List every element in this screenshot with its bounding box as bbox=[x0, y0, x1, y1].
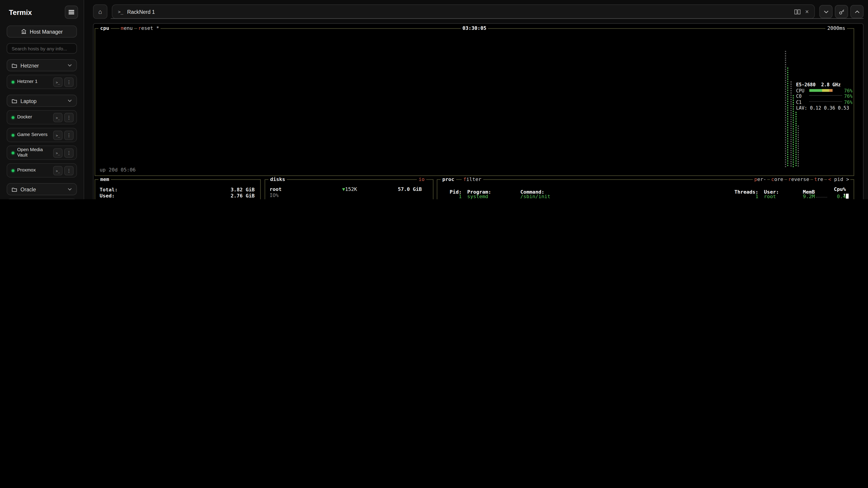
tab-strip-divider bbox=[111, 18, 864, 19]
cpu-graph-spike bbox=[790, 81, 792, 167]
cpu-model: E5-2680 2.8 GHz bbox=[796, 82, 852, 88]
host-menu-button[interactable]: ⋮ bbox=[64, 112, 74, 122]
home-button[interactable]: ⌂ bbox=[93, 4, 107, 19]
filter-button[interactable]: filter bbox=[462, 176, 483, 182]
host-item[interactable]: Open Media Vault >_ ⋮ bbox=[6, 145, 77, 160]
clock: 03:30:05 bbox=[461, 26, 488, 31]
host-terminal-button[interactable]: >_ bbox=[53, 148, 63, 158]
group-header[interactable]: Hetzner bbox=[6, 59, 77, 71]
disk-io-rate: ▼152K bbox=[342, 186, 357, 192]
cpu-core1-value: 76% bbox=[844, 99, 852, 105]
refresh-interval[interactable]: 2000ms bbox=[826, 26, 847, 31]
host-terminal-button[interactable]: >_ bbox=[53, 112, 63, 122]
server-tools-button[interactable] bbox=[835, 5, 848, 18]
hamburger-icon bbox=[69, 9, 74, 15]
sidebar: Termix Host Manager Hetzner bbox=[0, 0, 84, 199]
host-menu-button[interactable]: ⋮ bbox=[64, 77, 74, 87]
mem-panel-title: mem bbox=[98, 176, 111, 182]
host-terminal-button[interactable]: >_ bbox=[53, 166, 63, 175]
core-graph bbox=[809, 95, 842, 96]
app-title: Termix bbox=[9, 8, 32, 17]
cpu-legend: E5-2680 2.8 GHz CPU 76% C0 76% C1 76% LA… bbox=[796, 82, 852, 111]
wrench-icon bbox=[838, 8, 844, 15]
process-list: 1 systemd /sbin/init 1 root 9.2M 0.4 2 k… bbox=[442, 193, 849, 199]
host-item[interactable]: Hetzner 1 >_ ⋮ bbox=[6, 75, 77, 89]
group-header[interactable]: Oracle bbox=[6, 183, 77, 195]
cpu-menu-item[interactable]: reset * bbox=[137, 26, 160, 31]
group-header[interactable]: Laptop bbox=[6, 95, 77, 107]
host-item[interactable]: Oracle Sam >_ ⋮ bbox=[6, 199, 77, 199]
disk-io-pct: IO% bbox=[270, 193, 279, 198]
search-input[interactable] bbox=[6, 43, 77, 54]
cpu-graph-spike bbox=[793, 95, 794, 167]
chevron-down-icon bbox=[68, 188, 72, 191]
cpu-graph-spike bbox=[785, 51, 786, 167]
host-name: Game Servers bbox=[17, 132, 51, 138]
mem-used-value: 2.76 GiB bbox=[230, 193, 254, 199]
terminal-view[interactable]: cpu menureset * 03:30:05 2000ms E5-2680 … bbox=[93, 23, 864, 199]
group-label: Laptop bbox=[21, 98, 37, 104]
tab-label: RackNerd 1 bbox=[127, 8, 155, 15]
load-average: LAV: 0.12 0.36 0.53 bbox=[796, 105, 852, 111]
status-dot bbox=[11, 133, 14, 136]
status-dot bbox=[11, 169, 14, 172]
host-menu-button[interactable]: ⋮ bbox=[64, 130, 74, 140]
proc-sort-option[interactable]: core bbox=[770, 176, 784, 182]
process-row[interactable]: 1 systemd /sbin/init 1 root 9.2M 0.4 bbox=[442, 193, 849, 199]
host-terminal-button[interactable]: >_ bbox=[53, 77, 63, 87]
status-dot bbox=[11, 116, 14, 119]
split-view-button[interactable] bbox=[794, 9, 800, 14]
sidebar-group-hetzner: Hetzner Hetzner 1 >_ ⋮ bbox=[6, 59, 77, 89]
proc-panel: proc filter per-corereversetre< pid > Pi… bbox=[437, 179, 854, 199]
sidebar-group-laptop: Laptop Docker >_ ⋮ bbox=[6, 95, 77, 177]
folder-icon bbox=[11, 187, 17, 192]
cpu-usage-bar bbox=[809, 89, 833, 92]
disks-panel-title: disks bbox=[269, 176, 287, 182]
host-terminal-button[interactable]: >_ bbox=[53, 130, 63, 140]
folder-icon bbox=[11, 63, 17, 68]
tab-bar: ⌂ >_ RackNerd 1 × bbox=[93, 4, 864, 19]
chevron-down-icon bbox=[68, 64, 72, 67]
host-item[interactable]: Game Servers >_ ⋮ bbox=[6, 128, 77, 142]
host-item[interactable]: Docker >_ ⋮ bbox=[6, 110, 77, 125]
disk-name: root bbox=[270, 186, 282, 192]
host-name: Hetzner 1 bbox=[17, 79, 51, 85]
host-menu-button[interactable]: ⋮ bbox=[64, 166, 74, 175]
cpu-core0-label: C0 bbox=[796, 94, 809, 99]
host-manager-icon bbox=[21, 29, 26, 34]
mem-total-label: Total: bbox=[100, 187, 118, 193]
mem-total-value: 3.82 GiB bbox=[230, 187, 254, 193]
proc-sort-option[interactable]: < pid > bbox=[827, 176, 850, 182]
sidebar-collapse-button[interactable] bbox=[65, 5, 78, 19]
group-label: Oracle bbox=[21, 186, 36, 192]
cpu-panel: cpu menureset * 03:30:05 2000ms E5-2680 … bbox=[95, 28, 854, 176]
cpu-core1-label: C1 bbox=[796, 99, 809, 105]
proc-panel-title: proc bbox=[440, 176, 456, 182]
chevron-down-icon bbox=[824, 10, 829, 13]
expand-panel-button[interactable] bbox=[850, 5, 864, 18]
close-tab-button[interactable]: × bbox=[805, 8, 809, 15]
host-menu-button[interactable]: ⋮ bbox=[64, 148, 74, 158]
group-label: Hetzner bbox=[21, 62, 39, 68]
proc-sort-option[interactable]: tre bbox=[813, 176, 825, 182]
collapse-panel-button[interactable] bbox=[819, 5, 833, 18]
host-item[interactable]: Proxmox >_ ⋮ bbox=[6, 163, 77, 177]
proc-sort-option[interactable]: reverse bbox=[787, 176, 810, 182]
io-label[interactable]: io bbox=[417, 176, 426, 182]
sidebar-group-oracle: Oracle Oracle Sam >_ ⋮ bbox=[6, 183, 77, 199]
cpu-graph-spike bbox=[798, 126, 799, 167]
tab-racknerd-1[interactable]: >_ RackNerd 1 × bbox=[112, 4, 815, 19]
chevron-up-icon bbox=[855, 10, 860, 13]
host-name: Docker bbox=[17, 115, 51, 120]
host-name: Proxmox bbox=[17, 168, 51, 173]
tab-controls bbox=[819, 5, 864, 18]
host-name: Open Media Vault bbox=[17, 147, 51, 158]
proc-sort-option[interactable]: per- bbox=[753, 176, 767, 182]
cpu-menu-item[interactable]: menu bbox=[120, 26, 134, 31]
cpu-graph-spike bbox=[796, 112, 797, 167]
terminal-icon: >_ bbox=[118, 9, 123, 14]
cpu-core0-value: 76% bbox=[844, 94, 852, 99]
host-manager-button[interactable]: Host Manager bbox=[6, 26, 77, 38]
cpu-total-value: 76% bbox=[844, 88, 852, 94]
uptime: up 20d 05:06 bbox=[100, 167, 135, 173]
